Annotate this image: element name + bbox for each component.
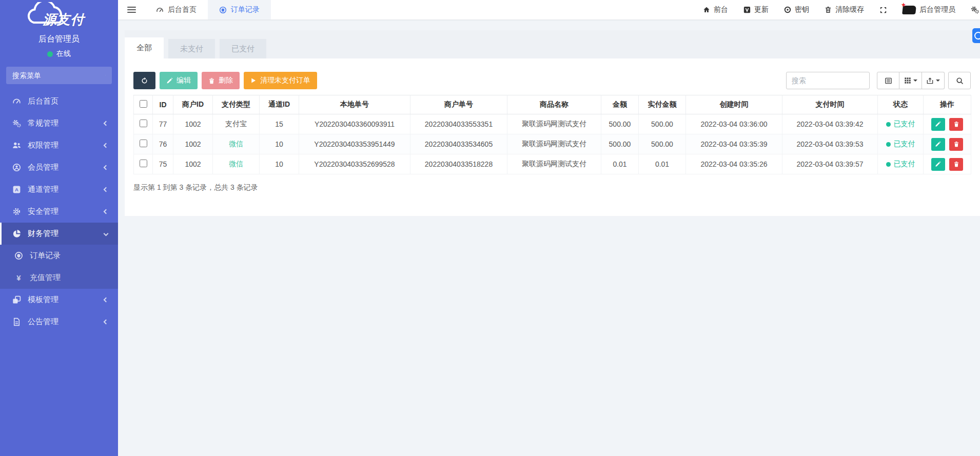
col-header-amount[interactable]: 金额 [601, 95, 639, 114]
cell-paid-amount: 500.00 [639, 134, 686, 154]
edit-row-button[interactable] [931, 138, 945, 151]
tab-label: 已支付 [231, 44, 254, 54]
sidebar-item-members[interactable]: 会员管理 [0, 156, 118, 179]
trash-icon [208, 77, 215, 84]
delete-row-button[interactable] [949, 138, 963, 151]
col-header-product[interactable]: 商品名称 [507, 95, 601, 114]
front-site-link[interactable]: 前台 [695, 0, 736, 19]
table-row: 75 1002 微信 10 Y2022030403352699528 20220… [134, 154, 971, 174]
menu-search[interactable] [6, 67, 112, 84]
select-all-checkbox[interactable] [140, 100, 147, 108]
columns-button[interactable] [899, 72, 922, 89]
play-icon [250, 77, 257, 84]
search-button[interactable] [948, 72, 971, 89]
sidebar-item-templates[interactable]: 模板管理 [0, 289, 118, 311]
sidebar-item-label: 常规管理 [28, 118, 104, 128]
tab-all[interactable]: 全部 [125, 37, 164, 58]
nav-tab-home[interactable]: 后台首页 [145, 0, 208, 19]
delete-row-button[interactable] [949, 118, 963, 131]
table-header-row: ID 商户ID 支付类型 通道ID 本地单号 商户单号 商品名称 金额 实付金额… [134, 95, 971, 114]
nav-link-label: 更新 [754, 5, 769, 14]
chevron-left-icon [104, 165, 109, 170]
sidebar-item-finance[interactable]: 财务管理 [0, 223, 118, 245]
trash-icon [953, 161, 959, 167]
row-checkbox[interactable] [140, 120, 147, 127]
edit-row-button[interactable] [931, 118, 945, 131]
tab-unpaid[interactable]: 未支付 [168, 39, 215, 58]
tab-label: 未支付 [180, 44, 203, 54]
row-checkbox[interactable] [140, 160, 147, 167]
sidebar-item-security[interactable]: 安全管理 [0, 201, 118, 223]
status-dot-icon [886, 122, 891, 127]
users-icon [12, 141, 21, 150]
floating-side-widget[interactable] [972, 28, 980, 43]
admin-menu[interactable]: 后台管理员 [895, 0, 963, 19]
table-toolbar: 编辑 删除 清理未支付订单 [133, 72, 971, 89]
cell-amount: 500.00 [601, 134, 639, 154]
cell-paid-at: 2022-03-04 03:39:57 [782, 154, 878, 174]
orders-table-wrap: ID 商户ID 支付类型 通道ID 本地单号 商户单号 商品名称 金额 实付金额… [133, 95, 971, 192]
clear-cache-link[interactable]: 清除缓存 [817, 0, 872, 19]
sidebar-item-permissions[interactable]: 权限管理 [0, 134, 118, 156]
widget-icon [974, 32, 980, 39]
chevron-down-icon [104, 231, 109, 236]
finance-submenu: 订单记录 ¥ 充值管理 [0, 245, 118, 289]
secret-key-link[interactable]: 密钥 [776, 0, 817, 19]
pencil-icon [935, 161, 941, 167]
col-header-paid-amount[interactable]: 实付金额 [639, 95, 686, 114]
col-header-local-no[interactable]: 本地单号 [299, 95, 410, 114]
sidebar-item-announcements[interactable]: 公告管理 [0, 311, 118, 333]
detail-view-button[interactable] [877, 72, 899, 89]
col-header-created-at[interactable]: 创建时间 [686, 95, 782, 114]
menu-search-input[interactable] [12, 71, 105, 80]
col-header-pay-type[interactable]: 支付类型 [213, 95, 260, 114]
settings-button[interactable] [963, 0, 980, 19]
edit-button[interactable]: 编辑 [160, 72, 198, 89]
cell-merchant-id: 1002 [173, 114, 213, 134]
col-header-paid-at[interactable]: 支付时间 [782, 95, 878, 114]
gear-icon [12, 207, 21, 216]
trash-icon [825, 6, 832, 13]
cell-amount: 500.00 [601, 114, 639, 134]
fullscreen-button[interactable] [872, 0, 895, 19]
col-header-status[interactable]: 状态 [878, 95, 924, 114]
chevron-left-icon [104, 320, 109, 325]
cell-pay-type: 支付宝 [213, 114, 260, 134]
edit-row-button[interactable] [931, 158, 945, 171]
refresh-button[interactable] [133, 72, 155, 89]
row-checkbox[interactable] [140, 140, 147, 147]
sidebar-item-label: 安全管理 [28, 207, 104, 216]
grid-icon [904, 77, 911, 84]
nav-tab-orders[interactable]: 订单记录 [208, 0, 271, 19]
table-search-input[interactable] [786, 72, 870, 89]
sidebar-item-recharge[interactable]: ¥ 充值管理 [0, 267, 118, 289]
sidebar-item-channels[interactable]: A 通道管理 [0, 179, 118, 201]
update-link[interactable]: 更新 [736, 0, 776, 19]
nav-link-label: 密钥 [795, 5, 809, 14]
tab-paid[interactable]: 已支付 [220, 39, 266, 58]
sidebar-toggle-button[interactable] [118, 0, 145, 19]
col-header-merchant-no[interactable]: 商户单号 [410, 95, 507, 114]
cell-merchant-no: 20220304033553351 [410, 114, 507, 134]
nav-tab-label: 后台首页 [168, 5, 197, 14]
status-badge: 已支付 [886, 140, 915, 149]
col-header-id[interactable]: ID [153, 95, 173, 114]
delete-row-button[interactable] [949, 158, 963, 171]
col-header-merchant-id[interactable]: 商户ID [173, 95, 213, 114]
col-header-channel-id[interactable]: 通道ID [260, 95, 299, 114]
delete-button[interactable]: 删除 [202, 72, 240, 89]
cell-pay-type: 微信 [213, 134, 260, 154]
refresh-icon [141, 77, 148, 85]
cell-paid-amount: 0.01 [639, 154, 686, 174]
sidebar-item-dashboard[interactable]: 后台首页 [0, 90, 118, 112]
dashboard-icon [12, 97, 21, 106]
cell-merchant-id: 1002 [173, 134, 213, 154]
sidebar-item-label: 模板管理 [28, 295, 104, 305]
chevron-left-icon [104, 187, 109, 192]
sidebar-item-order-records[interactable]: 订单记录 [0, 245, 118, 267]
clean-unpaid-button[interactable]: 清理未支付订单 [244, 72, 317, 89]
export-button[interactable] [922, 72, 945, 89]
status-badge: 已支付 [886, 120, 915, 129]
cell-local-no: Y2022030403360093911 [299, 114, 410, 134]
sidebar-item-general[interactable]: 常规管理 [0, 112, 118, 134]
